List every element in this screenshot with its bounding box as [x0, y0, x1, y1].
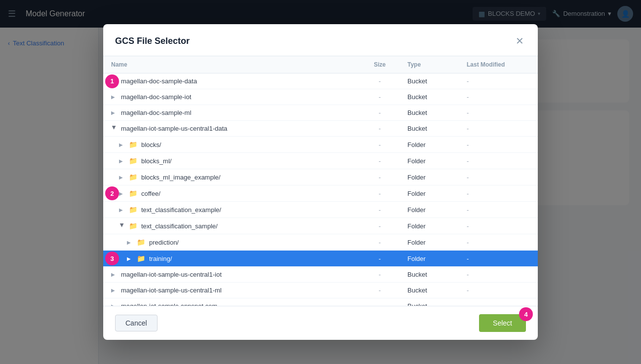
gcs-file-selector-modal: GCS File Selector ✕ Name Size Type Last …: [103, 24, 538, 28]
modal-header: GCS File Selector ✕: [103, 24, 538, 28]
modal-overlay: GCS File Selector ✕ Name Size Type Last …: [0, 0, 641, 28]
